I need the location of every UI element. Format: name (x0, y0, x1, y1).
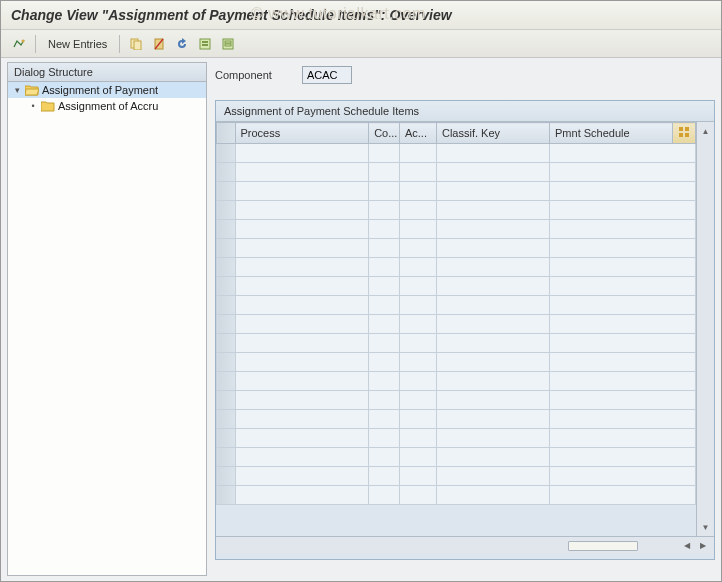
cell-ac[interactable] (399, 334, 436, 353)
vertical-scrollbar[interactable]: ▲ ▼ (696, 122, 714, 536)
table-row[interactable] (217, 486, 696, 505)
data-grid[interactable]: Process Co... Ac... Classif. Key Pmnt Sc… (216, 122, 696, 505)
undo-icon[interactable] (172, 34, 192, 54)
cell-co[interactable] (369, 429, 400, 448)
cell-classif[interactable] (436, 334, 549, 353)
cell-process[interactable] (235, 258, 369, 277)
cell-classif[interactable] (436, 467, 549, 486)
cell-co[interactable] (369, 296, 400, 315)
cell-process[interactable] (235, 486, 369, 505)
cell-ac[interactable] (399, 201, 436, 220)
cell-co[interactable] (369, 315, 400, 334)
cell-ac[interactable] (399, 182, 436, 201)
cell-pmnt[interactable] (550, 429, 696, 448)
cell-classif[interactable] (436, 315, 549, 334)
cell-process[interactable] (235, 220, 369, 239)
cell-pmnt[interactable] (550, 372, 696, 391)
cell-co[interactable] (369, 277, 400, 296)
cell-co[interactable] (369, 486, 400, 505)
cell-process[interactable] (235, 334, 369, 353)
cell-ac[interactable] (399, 239, 436, 258)
table-row[interactable] (217, 448, 696, 467)
row-selector[interactable] (217, 277, 236, 296)
cell-ac[interactable] (399, 372, 436, 391)
row-selector[interactable] (217, 144, 236, 163)
select-all-icon[interactable] (195, 34, 215, 54)
row-selector[interactable] (217, 201, 236, 220)
cell-classif[interactable] (436, 144, 549, 163)
cell-process[interactable] (235, 296, 369, 315)
row-selector[interactable] (217, 429, 236, 448)
cell-co[interactable] (369, 334, 400, 353)
cell-classif[interactable] (436, 372, 549, 391)
cell-process[interactable] (235, 391, 369, 410)
row-selector[interactable] (217, 182, 236, 201)
copy-icon[interactable] (126, 34, 146, 54)
cell-process[interactable] (235, 239, 369, 258)
cell-classif[interactable] (436, 448, 549, 467)
cell-process[interactable] (235, 277, 369, 296)
cell-process[interactable] (235, 429, 369, 448)
cell-pmnt[interactable] (550, 182, 696, 201)
tree-toggle-icon[interactable]: ▾ (12, 85, 22, 95)
cell-ac[interactable] (399, 429, 436, 448)
cell-process[interactable] (235, 315, 369, 334)
cell-process[interactable] (235, 144, 369, 163)
cell-co[interactable] (369, 144, 400, 163)
row-selector[interactable] (217, 296, 236, 315)
row-selector[interactable] (217, 315, 236, 334)
column-header-pmnt[interactable]: Pmnt Schedule (550, 123, 673, 144)
row-selector[interactable] (217, 448, 236, 467)
row-selector[interactable] (217, 220, 236, 239)
table-row[interactable] (217, 467, 696, 486)
cell-classif[interactable] (436, 201, 549, 220)
scroll-right-icon[interactable]: ▶ (696, 539, 710, 553)
config-column-icon[interactable] (673, 123, 696, 144)
cell-co[interactable] (369, 163, 400, 182)
table-row[interactable] (217, 429, 696, 448)
row-selector[interactable] (217, 258, 236, 277)
row-selector[interactable] (217, 334, 236, 353)
cell-pmnt[interactable] (550, 201, 696, 220)
cell-pmnt[interactable] (550, 334, 696, 353)
cell-co[interactable] (369, 353, 400, 372)
component-field[interactable] (302, 66, 352, 84)
horizontal-scrollbar[interactable]: ◀ ▶ (216, 536, 714, 554)
cell-pmnt[interactable] (550, 239, 696, 258)
cell-pmnt[interactable] (550, 163, 696, 182)
cell-process[interactable] (235, 410, 369, 429)
cell-classif[interactable] (436, 391, 549, 410)
cell-ac[interactable] (399, 220, 436, 239)
cell-pmnt[interactable] (550, 353, 696, 372)
cell-ac[interactable] (399, 163, 436, 182)
cell-pmnt[interactable] (550, 220, 696, 239)
cell-pmnt[interactable] (550, 277, 696, 296)
cell-process[interactable] (235, 448, 369, 467)
table-row[interactable] (217, 201, 696, 220)
deselect-all-icon[interactable] (218, 34, 238, 54)
table-row[interactable] (217, 239, 696, 258)
new-entries-button[interactable]: New Entries (42, 36, 113, 52)
cell-pmnt[interactable] (550, 144, 696, 163)
cell-ac[interactable] (399, 277, 436, 296)
scroll-left-icon[interactable]: ◀ (680, 539, 694, 553)
cell-co[interactable] (369, 391, 400, 410)
cell-ac[interactable] (399, 391, 436, 410)
table-row[interactable] (217, 277, 696, 296)
column-header-classif[interactable]: Classif. Key (436, 123, 549, 144)
cell-process[interactable] (235, 467, 369, 486)
cell-classif[interactable] (436, 239, 549, 258)
cell-classif[interactable] (436, 220, 549, 239)
cell-process[interactable] (235, 182, 369, 201)
cell-co[interactable] (369, 410, 400, 429)
cell-ac[interactable] (399, 410, 436, 429)
cell-pmnt[interactable] (550, 391, 696, 410)
scroll-down-icon[interactable]: ▼ (699, 520, 713, 534)
scroll-up-icon[interactable]: ▲ (699, 124, 713, 138)
cell-classif[interactable] (436, 429, 549, 448)
cell-classif[interactable] (436, 410, 549, 429)
cell-classif[interactable] (436, 277, 549, 296)
row-selector[interactable] (217, 239, 236, 258)
row-selector[interactable] (217, 486, 236, 505)
row-selector[interactable] (217, 391, 236, 410)
